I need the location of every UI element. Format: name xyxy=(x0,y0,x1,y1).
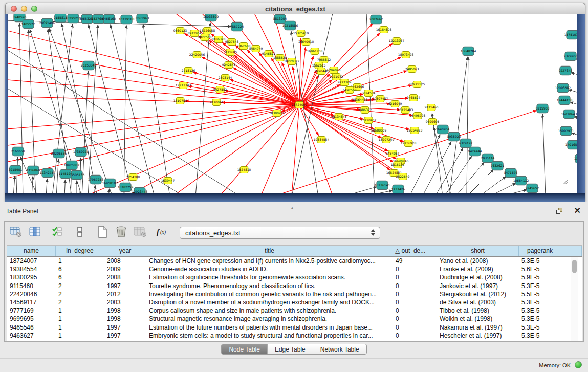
float-panel-icon[interactable] xyxy=(556,208,564,215)
graph-node[interactable]: 7857224 xyxy=(230,23,244,31)
cell-in_degree[interactable]: 1 xyxy=(56,307,104,315)
graph-node[interactable]: 17957253 xyxy=(88,176,104,184)
graph-node[interactable]: 15751074 xyxy=(564,31,577,39)
cell-year[interactable]: 1998 xyxy=(104,307,146,315)
cell-pagerank[interactable]: 5.3E-5 xyxy=(519,323,561,332)
select-columns-button[interactable] xyxy=(50,225,65,240)
table-row[interactable]: 969969511998Structural magnetic resonanc… xyxy=(7,315,582,323)
graph-node[interactable]: 15720407 xyxy=(361,117,377,124)
cell-in_degree[interactable]: 1 xyxy=(56,332,104,340)
graph-node[interactable]: 8454749 xyxy=(249,46,263,52)
graph-node[interactable]: 12213967 xyxy=(389,38,405,45)
graph-node[interactable]: 10975887 xyxy=(64,161,80,170)
graph-node[interactable]: 16210643 xyxy=(561,110,577,119)
cell-out_de[interactable]: 0 xyxy=(393,332,437,340)
cell-out_de[interactable]: 0 xyxy=(393,265,437,273)
graph-node[interactable]: 1640954 xyxy=(436,125,450,134)
graph-node[interactable]: 9227343 xyxy=(559,67,573,75)
graph-node[interactable]: 15992971 xyxy=(558,127,574,136)
cell-title[interactable]: Genome-wide association studies in ADHD. xyxy=(146,265,393,273)
graph-node[interactable]: 6466160 xyxy=(102,15,116,24)
graph-node[interactable]: 16961758 xyxy=(307,48,323,55)
graph-node[interactable]: 22420046 xyxy=(189,52,205,58)
cell-title[interactable]: Estimation of significance thresholds fo… xyxy=(146,273,393,281)
cell-year[interactable]: 1997 xyxy=(104,332,146,340)
cell-year[interactable]: 1998 xyxy=(104,315,146,323)
graph-node[interactable]: 18220372 xyxy=(284,58,300,65)
cell-in_degree[interactable]: 2 xyxy=(56,298,104,307)
graph-node[interactable]: 16958107 xyxy=(102,179,118,188)
scrollbar-thumb[interactable] xyxy=(572,260,577,273)
graph-node[interactable]: 16154808 xyxy=(376,27,392,33)
cell-out_de[interactable]: 0 xyxy=(393,307,437,315)
graph-node[interactable]: 8561963 xyxy=(136,14,149,23)
graph-node[interactable]: 2087662 xyxy=(369,15,383,24)
graph-node[interactable]: 1156869 xyxy=(27,166,40,175)
graph-node[interactable]: 1524810 xyxy=(237,167,251,173)
cell-out_de[interactable]: 0 xyxy=(393,323,437,332)
cell-year[interactable]: 2012 xyxy=(104,290,146,298)
cell-year[interactable]: 2009 xyxy=(104,265,146,273)
cell-short[interactable]: Hescheler et al. (1997) xyxy=(437,332,519,340)
cell-name[interactable]: 18724007 xyxy=(7,257,56,265)
graph-node[interactable]: 1167533 xyxy=(574,155,577,163)
cell-in_degree[interactable]: 2 xyxy=(56,290,104,298)
cell-year[interactable]: 1997 xyxy=(104,323,146,332)
graph-node[interactable]: 18907249 xyxy=(379,137,395,143)
network-window-titlebar[interactable]: citations_edges.txt xyxy=(5,3,585,14)
graph-node[interactable]: 20364436 xyxy=(352,97,368,103)
cell-name[interactable]: 9699695 xyxy=(7,315,56,323)
cell-year[interactable]: 2008 xyxy=(104,273,146,281)
memory-ok-indicator[interactable] xyxy=(575,361,582,368)
table-row[interactable]: 946362711997Embryonic stem cells: a mode… xyxy=(7,332,582,340)
cell-title[interactable]: Investigating the contribution of common… xyxy=(146,290,393,298)
tab-network-table[interactable]: Network Table xyxy=(313,344,366,354)
cell-name[interactable]: 14569117 xyxy=(7,298,56,307)
graph-node[interactable]: 13505135 xyxy=(69,171,85,180)
graph-node[interactable]: 1405572 xyxy=(21,20,35,29)
graph-node[interactable]: 1639447 xyxy=(161,178,175,184)
table-row[interactable]: 2242004622012Investigating the contribut… xyxy=(7,290,582,298)
cell-out_de[interactable]: 0 xyxy=(393,298,437,307)
graph-node[interactable]: 2803144 xyxy=(219,75,232,81)
cell-in_degree[interactable]: 6 xyxy=(56,265,104,273)
tab-node-table[interactable]: Node Table xyxy=(222,344,268,354)
graph-node[interactable]: 9860123 xyxy=(173,28,187,34)
graph-node[interactable]: 15134845 xyxy=(331,114,347,120)
cell-year[interactable]: 2008 xyxy=(104,257,146,265)
cell-short[interactable]: Wolkin et al. (1998) xyxy=(437,315,519,323)
cell-out_de[interactable]: 0 xyxy=(393,290,437,298)
graph-node[interactable]: 16033809 xyxy=(203,14,219,21)
graph-node[interactable]: 12444158 xyxy=(557,96,573,105)
cell-pagerank[interactable]: 5.3E-5 xyxy=(519,307,561,315)
show-columns-button[interactable] xyxy=(27,225,42,240)
cell-short[interactable]: Dudbridge et al. (2008) xyxy=(437,273,519,281)
cell-in_degree[interactable]: 1 xyxy=(56,323,104,332)
cell-pagerank[interactable]: 5.3E-5 xyxy=(519,282,561,290)
graph-node[interactable]: 28495798 xyxy=(410,113,426,119)
cell-short[interactable]: Tibbo et al. (1998) xyxy=(437,307,519,315)
import-table-button[interactable] xyxy=(133,225,148,240)
cell-title[interactable]: Changes of HCN gene expression and I(f) … xyxy=(146,257,393,265)
column-header-short[interactable]: short xyxy=(437,246,519,256)
graph-node[interactable]: 3624534 xyxy=(362,90,376,97)
graph-node[interactable]: 10719188 xyxy=(119,15,135,24)
cell-short[interactable]: Franke et al. (2009) xyxy=(437,265,519,273)
column-header-title[interactable]: title xyxy=(146,246,393,256)
function-builder-button[interactable]: f(x) xyxy=(155,225,170,240)
graph-node[interactable]: 20691406 xyxy=(39,19,55,28)
graph-node[interactable]: 12923448 xyxy=(132,188,148,194)
cell-title[interactable]: Corpus callosum shape and size in male p… xyxy=(146,307,393,315)
graph-node[interactable]: 16782759 xyxy=(118,183,134,192)
graph-node[interactable]: 9699695 xyxy=(426,119,440,125)
cell-name[interactable]: 9465546 xyxy=(7,323,56,332)
cell-name[interactable]: 22420046 xyxy=(7,290,56,298)
cell-short[interactable]: Jankovic et al. (1997) xyxy=(437,282,519,290)
column-header-year[interactable]: year xyxy=(104,246,146,256)
graph-node[interactable]: 15325419 xyxy=(293,30,309,37)
graph-node[interactable]: 18300295 xyxy=(269,110,285,117)
cell-in_degree[interactable]: 2 xyxy=(56,282,104,290)
cell-short[interactable]: Nakamura et al. (1997) xyxy=(437,323,519,332)
graph-node[interactable]: 6379197 xyxy=(459,139,473,148)
graph-node[interactable]: 8427552 xyxy=(213,86,227,93)
